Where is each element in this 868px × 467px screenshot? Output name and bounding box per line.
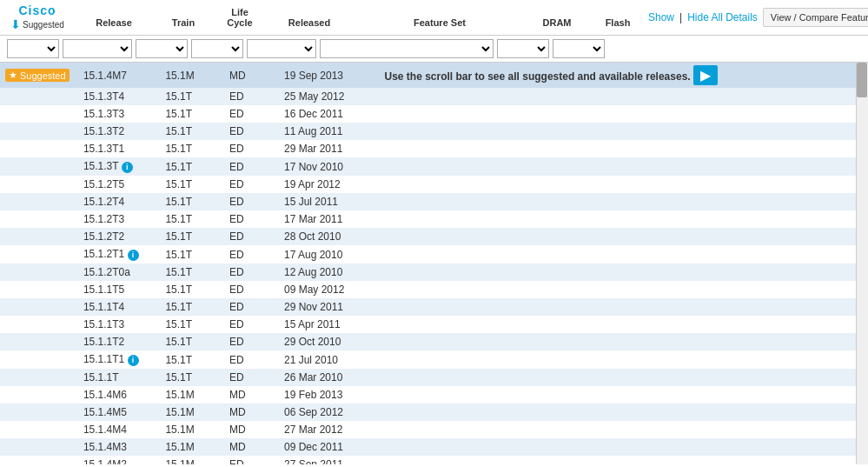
table-row[interactable]: 15.1.2T215.1TED28 Oct 2010: [0, 228, 868, 245]
lifecycle-cell: ED: [224, 210, 279, 228]
release-cell: 15.1.4M7: [78, 63, 161, 88]
featureset-cell: [379, 157, 739, 176]
release-cell: 15.1.1T1 i: [78, 350, 161, 369]
table-row[interactable]: 15.1.3T415.1TED25 May 2012: [0, 88, 868, 105]
col-header-dram: DRAM: [527, 17, 587, 28]
dram-cell: [740, 369, 805, 386]
table-row[interactable]: 15.1.4M515.1MMD06 Sep 2012: [0, 404, 868, 421]
released-filter[interactable]: [247, 39, 316, 58]
cisco-cell: [0, 456, 78, 464]
cisco-cell: [0, 105, 78, 123]
dram-cell: [740, 281, 805, 298]
table-row[interactable]: 15.1.1T1 i15.1TED21 Jul 2010: [0, 350, 868, 369]
featureset-cell: [379, 281, 739, 298]
down-arrow-icon: ⬇: [10, 17, 21, 31]
featureset-cell: [379, 350, 739, 369]
table-row[interactable]: 15.1.3T215.1TED11 Aug 2011: [0, 123, 868, 140]
featureset-cell: [379, 456, 739, 464]
dram-filter[interactable]: [497, 39, 549, 58]
release-cell: 15.1.3T3: [78, 105, 161, 123]
info-icon[interactable]: i: [128, 355, 139, 366]
table-row[interactable]: 15.1.4M215.1MED27 Sep 2011: [0, 456, 868, 464]
featureset-cell: [379, 404, 739, 421]
cisco-cell: [0, 281, 78, 298]
scrollbar-thumb[interactable]: [857, 63, 867, 97]
release-cell: 15.1.2T0a: [78, 264, 161, 281]
dram-cell: [740, 421, 805, 438]
train-cell: 15.1T: [160, 281, 224, 298]
release-cell: 15.1.4M3: [78, 438, 161, 456]
flash-filter[interactable]: [553, 39, 605, 58]
info-icon[interactable]: i: [128, 250, 139, 261]
table-row[interactable]: 15.1.4M315.1MMD09 Dec 2011: [0, 438, 868, 456]
featureset-cell: [379, 228, 739, 245]
table-row[interactable]: 15.1.1T315.1TED15 Apr 2011: [0, 316, 868, 333]
cisco-filter[interactable]: [7, 39, 59, 58]
featureset-cell: [379, 140, 739, 157]
table-row[interactable]: 15.1.2T0a15.1TED12 Aug 2010: [0, 264, 868, 281]
info-icon[interactable]: i: [122, 162, 133, 173]
cisco-cell: [0, 245, 78, 264]
table-row[interactable]: 15.1.1T415.1TED29 Nov 2011: [0, 298, 868, 316]
release-cell: 15.1.2T1 i: [78, 245, 161, 264]
release-cell: 15.1.2T5: [78, 176, 161, 193]
table-row[interactable]: ★ Suggested15.1.4M715.1MMD19 Sep 2013Use…: [0, 63, 868, 88]
featureset-cell: [379, 421, 739, 438]
released-cell: 12 Aug 2010: [279, 264, 380, 281]
cisco-cell: [0, 316, 78, 333]
train-cell: 15.1T: [160, 228, 224, 245]
dram-cell: [740, 210, 805, 228]
train-cell: 15.1T: [160, 369, 224, 386]
release-cell: 15.1.3T2: [78, 123, 161, 140]
featureset-cell: Use the scroll bar to see all suggested …: [379, 63, 739, 88]
table-row[interactable]: 15.1.2T415.1TED15 Jul 2011: [0, 193, 868, 210]
lifecycle-cell: MD: [224, 386, 279, 404]
table-row[interactable]: 15.1.3T115.1TED29 Mar 2011: [0, 140, 868, 157]
table-row[interactable]: 15.1.2T1 i15.1TED17 Aug 2010: [0, 245, 868, 264]
release-cell: 15.1.3T1: [78, 140, 161, 157]
right-arrow-icon: ▶: [693, 65, 718, 85]
table-row[interactable]: 15.1.3T i15.1TED17 Nov 2010: [0, 157, 868, 176]
lifecycle-cell: ED: [224, 105, 279, 123]
lifecycle-filter[interactable]: [191, 39, 243, 58]
dram-cell: [740, 228, 805, 245]
table-row[interactable]: 15.1.1T215.1TED29 Oct 2010: [0, 333, 868, 350]
release-filter[interactable]: [63, 39, 132, 58]
table-row[interactable]: 15.1.3T315.1TED16 Dec 2011: [0, 105, 868, 123]
featureset-cell: [379, 264, 739, 281]
cisco-cell: [0, 421, 78, 438]
col-header-release: Release: [75, 17, 153, 28]
dram-cell: [740, 264, 805, 281]
dram-cell: [740, 333, 805, 350]
dram-cell: [740, 298, 805, 316]
train-cell: 15.1T: [160, 245, 224, 264]
table-row[interactable]: 15.1.1T15.1TED26 Mar 2010: [0, 369, 868, 386]
featureset-cell: [379, 245, 739, 264]
released-cell: 25 May 2012: [279, 88, 380, 105]
train-cell: 15.1T: [160, 140, 224, 157]
table-row[interactable]: 15.1.2T515.1TED19 Apr 2012: [0, 176, 868, 193]
featureset-cell: [379, 123, 739, 140]
header-bar: Cisco ⬇ Suggested Release Train LifeCycl…: [0, 0, 868, 36]
hide-all-details-link[interactable]: Hide All Details: [687, 11, 758, 23]
train-filter[interactable]: [136, 39, 188, 58]
show-link[interactable]: Show: [648, 11, 674, 23]
cisco-cell: ★ Suggested: [0, 63, 78, 88]
separator: |: [679, 11, 682, 23]
dram-cell: [740, 63, 805, 88]
release-cell: 15.1.1T3: [78, 316, 161, 333]
dram-cell: [740, 456, 805, 464]
released-cell: 19 Apr 2012: [279, 176, 380, 193]
released-cell: 16 Dec 2011: [279, 105, 380, 123]
col-header-lifecycle: LifeCycle: [214, 7, 266, 28]
featureset-filter[interactable]: [320, 39, 494, 58]
compare-features-button[interactable]: View / Compare Features: [763, 8, 868, 27]
table-row[interactable]: 15.1.4M615.1MMD19 Feb 2013: [0, 386, 868, 404]
dram-cell: [740, 350, 805, 369]
table-row[interactable]: 15.1.2T315.1TED17 Mar 2011: [0, 210, 868, 228]
table-row[interactable]: 15.1.1T515.1TED09 May 2012: [0, 281, 868, 298]
lifecycle-cell: MD: [224, 404, 279, 421]
table-row[interactable]: 15.1.4M415.1MMD27 Mar 2012: [0, 421, 868, 438]
scrollbar-area[interactable]: [856, 63, 868, 464]
lifecycle-cell: ED: [224, 245, 279, 264]
